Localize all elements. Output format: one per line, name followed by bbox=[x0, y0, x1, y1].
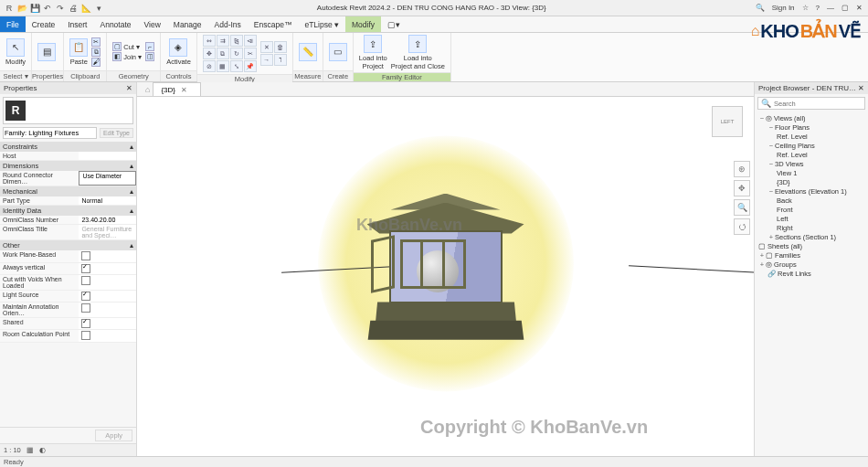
offset-button[interactable]: ⇉ bbox=[217, 35, 229, 47]
doc-tab-close-icon[interactable]: ✕ bbox=[181, 86, 187, 94]
detail-level-icon[interactable]: ▦ bbox=[26, 446, 34, 454]
node-sections[interactable]: +Sections (Section 1) bbox=[758, 233, 864, 242]
properties-close-icon[interactable]: ✕ bbox=[126, 84, 132, 92]
tab-file[interactable]: File bbox=[0, 16, 26, 32]
always-vertical-checkbox[interactable] bbox=[81, 264, 90, 273]
panel-label-select[interactable]: Select ▾ bbox=[0, 70, 31, 81]
section-other[interactable]: Other▴ bbox=[0, 240, 136, 250]
node-sheets[interactable]: ▢ Sheets (all) bbox=[758, 242, 864, 251]
viewport-3d[interactable]: LEFT ⊛ ✥ 🔍 ⭯ KhoBanVe.vn Copyright © Kho… bbox=[137, 97, 754, 456]
room-calc-checkbox[interactable] bbox=[81, 331, 90, 340]
type-selector[interactable]: R bbox=[3, 97, 133, 124]
section-identity[interactable]: Identity Data▴ bbox=[0, 206, 136, 216]
help-icon[interactable]: ? bbox=[816, 4, 820, 12]
family-input[interactable] bbox=[3, 127, 97, 139]
light-source-checkbox[interactable] bbox=[81, 292, 90, 301]
node-front[interactable]: Front bbox=[758, 206, 864, 215]
tab-insert[interactable]: Insert bbox=[61, 16, 93, 32]
copy-clip-button[interactable]: ⧉ bbox=[91, 48, 101, 57]
paste-button[interactable]: 📋Paste bbox=[69, 38, 88, 66]
close-icon[interactable]: ✕ bbox=[856, 4, 863, 12]
home-icon[interactable]: ⌂ bbox=[143, 82, 153, 96]
tab-contextual[interactable]: ▢▾ bbox=[381, 16, 407, 32]
corner-button[interactable]: ˥ bbox=[274, 54, 287, 66]
node-families[interactable]: +▢ Families bbox=[758, 251, 864, 260]
scale-control[interactable]: 1 : 10 bbox=[4, 446, 21, 454]
match-button[interactable]: 🖌 bbox=[91, 58, 101, 67]
browser-search[interactable]: 🔍 bbox=[757, 97, 865, 110]
cut-voids-checkbox[interactable] bbox=[81, 276, 90, 285]
save-icon[interactable]: 💾 bbox=[29, 3, 40, 14]
search-icon[interactable]: 🔍 bbox=[756, 4, 765, 12]
tab-enscape[interactable]: Enscape™ bbox=[248, 16, 299, 32]
node-floor-plans[interactable]: −Floor Plans bbox=[758, 123, 864, 133]
node-3d[interactable]: {3D} bbox=[758, 178, 864, 187]
delete-button[interactable]: 🗑 bbox=[274, 41, 287, 53]
dropdown-icon[interactable]: ▾ bbox=[93, 3, 104, 14]
minimize-icon[interactable]: — bbox=[827, 4, 834, 12]
mirror-pick-button[interactable]: ⧏ bbox=[244, 35, 257, 47]
node-ref-level-2[interactable]: Ref. Level bbox=[758, 151, 864, 160]
modify-button[interactable]: ↖Modify bbox=[5, 38, 26, 66]
cut-clip-button[interactable]: ✂ bbox=[91, 37, 101, 47]
trim-button[interactable]: ✂ bbox=[244, 48, 257, 59]
node-views[interactable]: −◎ Views (all) bbox=[758, 114, 864, 123]
move-button[interactable]: ✥ bbox=[203, 48, 216, 59]
array-button[interactable]: ▦ bbox=[217, 60, 229, 72]
section-constraints[interactable]: Constraints▴ bbox=[0, 142, 136, 152]
section-mechanical[interactable]: Mechanical▴ bbox=[0, 186, 136, 196]
edit-type-button[interactable]: Edit Type bbox=[100, 128, 133, 138]
node-groups[interactable]: +◎ Groups bbox=[758, 260, 864, 270]
node-back[interactable]: Back bbox=[758, 196, 864, 206]
copy-button[interactable]: ⧉ bbox=[217, 48, 229, 59]
rotate-button[interactable]: ↻ bbox=[230, 48, 243, 59]
align-button[interactable]: ⇔ bbox=[203, 35, 216, 47]
signin-link[interactable]: Sign In bbox=[772, 4, 795, 12]
doc-tab-3d[interactable]: {3D} ✕ bbox=[153, 82, 201, 96]
favorite-icon[interactable]: ☆ bbox=[802, 4, 809, 12]
properties-button[interactable]: ▤ bbox=[37, 43, 56, 61]
tab-manage[interactable]: Manage bbox=[167, 16, 208, 32]
print-icon[interactable]: 🖨 bbox=[68, 3, 79, 14]
node-right[interactable]: Right bbox=[758, 224, 864, 233]
visual-style-icon[interactable]: ◐ bbox=[39, 446, 46, 454]
tab-annotate[interactable]: Annotate bbox=[93, 16, 137, 32]
node-left[interactable]: Left bbox=[758, 215, 864, 224]
undo-icon[interactable]: ↶ bbox=[42, 3, 53, 14]
zoom-icon[interactable]: 🔍 bbox=[734, 199, 750, 216]
maintain-annotation-checkbox[interactable] bbox=[81, 303, 90, 313]
load-into-project-button[interactable]: ⇪Load into Project bbox=[359, 35, 387, 70]
shared-checkbox[interactable] bbox=[81, 319, 90, 328]
split-face-button[interactable]: ◫ bbox=[145, 52, 154, 61]
pin-button[interactable]: 📌 bbox=[244, 60, 257, 72]
node-3d-views[interactable]: −3D Views bbox=[758, 160, 864, 169]
node-ref-level-1[interactable]: Ref. Level bbox=[758, 133, 864, 142]
redo-icon[interactable]: ↷ bbox=[55, 3, 66, 14]
browser-close-icon[interactable]: ✕ bbox=[858, 84, 864, 92]
orbit-icon[interactable]: ⭯ bbox=[734, 218, 750, 235]
pan-icon[interactable]: ✥ bbox=[734, 180, 750, 196]
node-revit-links[interactable]: 🔗 Revit Links bbox=[758, 270, 864, 279]
cope-button[interactable]: ⌐ bbox=[145, 42, 154, 51]
open-icon[interactable]: 📂 bbox=[16, 3, 27, 14]
steering-wheel-icon[interactable]: ⊛ bbox=[734, 161, 750, 177]
apply-button[interactable]: Apply bbox=[95, 430, 132, 441]
maximize-icon[interactable]: ▢ bbox=[842, 4, 849, 12]
tab-create[interactable]: Create bbox=[26, 16, 62, 32]
measure-icon[interactable]: 📐 bbox=[80, 3, 91, 14]
create-button[interactable]: ▭ bbox=[329, 43, 347, 61]
tab-modify[interactable]: Modify bbox=[345, 16, 381, 32]
measure-button[interactable]: 📏 bbox=[299, 43, 317, 61]
cut-geom-button[interactable]: ▢Cut ▾ bbox=[112, 42, 142, 51]
split-button[interactable]: ⊘ bbox=[203, 60, 216, 72]
tab-addins[interactable]: Add-Ins bbox=[208, 16, 248, 32]
tab-view[interactable]: View bbox=[138, 16, 167, 32]
viewcube[interactable]: LEFT bbox=[712, 106, 743, 137]
section-dimensions[interactable]: Dimensions▴ bbox=[0, 161, 136, 171]
work-plane-checkbox[interactable] bbox=[81, 251, 90, 260]
load-close-button[interactable]: ⇪Load into Project and Close bbox=[391, 35, 445, 70]
scale-button[interactable]: ⤡ bbox=[230, 60, 243, 72]
join-geom-button[interactable]: ◧Join ▾ bbox=[112, 52, 142, 61]
node-view1[interactable]: View 1 bbox=[758, 169, 864, 178]
node-elevations[interactable]: −Elevations (Elevation 1) bbox=[758, 187, 864, 196]
